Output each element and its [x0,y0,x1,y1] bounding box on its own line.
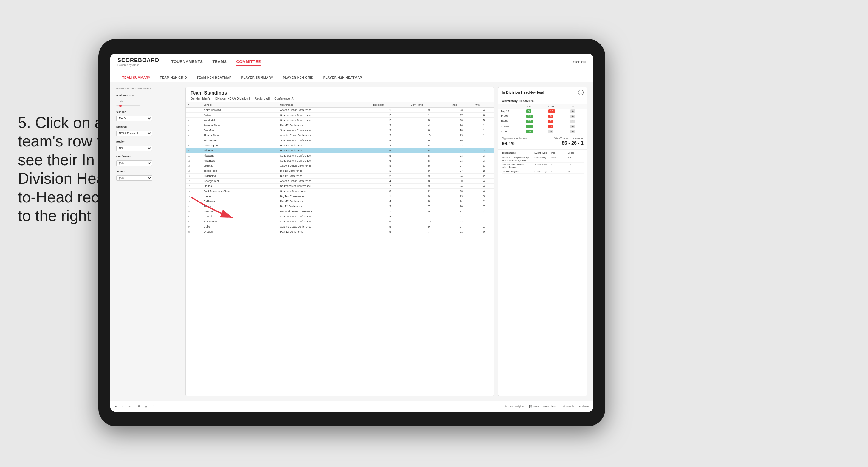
table-row[interactable]: 7 Tennessee Southeastern Conference 4 6 … [186,138,494,143]
sub-nav: TEAM SUMMARY TEAM H2H GRID TEAM H2H HEAT… [110,70,593,82]
region-label: Region [116,140,182,143]
view-original-button[interactable]: 👁 View: Original [503,404,525,409]
cell-reg-rank: 4 [371,179,409,184]
tourney-row: Cabo Collegiate Stroke Play 11 17 [502,169,584,174]
tourney-type: Match Play [534,156,551,162]
cell-conference: Southeastern Conference [278,153,371,158]
cell-reg-rank: 3 [371,123,409,128]
col-school: School [202,102,279,108]
table-row[interactable]: 4 Arizona State Pac-12 Conference 3 4 26… [186,123,494,128]
sub-nav-team-h2h-heatmap[interactable]: TEAM H2H HEATMAP [192,73,237,82]
h2h-opponents-label: Opponents in division: [502,137,528,140]
table-row[interactable]: 3 Vanderbilt Southeastern Conference 2 8… [186,118,494,123]
watch-button[interactable]: 👁 Watch [562,404,575,409]
sub-nav-team-h2h-grid[interactable]: TEAM H2H GRID [155,73,192,82]
nav-item-teams[interactable]: TEAMS [212,58,227,66]
conference-select[interactable]: (All) [116,160,152,166]
table-row[interactable]: 13 Texas Tech Big 12 Conference 1 9 27 2 [186,168,494,174]
paste-button[interactable]: ⊞ [144,404,148,409]
table-row[interactable]: 6 Florida State Atlantic Coast Conferenc… [186,133,494,138]
cell-num: 23 [186,219,202,224]
tourney-type: Stroke Play [534,163,551,168]
h2h-panel: In Division Head-to-Head ✕ University of… [498,87,587,396]
cell-conf-rank: 8 [409,148,449,153]
cell-conference: Pac-12 Conference [278,199,371,204]
table-row[interactable]: 12 Virginia Atlantic Coast Conference 3 … [186,163,494,168]
table-row[interactable]: 2 Auburn Southeastern Conference 2 1 27 … [186,113,494,118]
nav-item-committee[interactable]: COMMITTEE [236,58,261,66]
h2h-stats: Opponents in division: W-L-T record in-d… [498,134,587,149]
step-back-button[interactable]: ⟨ [121,404,125,409]
table-row[interactable]: 11 Arkansas Southeastern Conference 6 8 … [186,158,494,163]
cell-conference: Pac-12 Conference [278,148,371,153]
rounds-slider[interactable] [116,105,140,106]
cell-win: 1 [473,219,494,224]
cell-num: 10 [186,153,202,158]
sub-nav-player-h2h-grid[interactable]: PLAYER H2H GRID [278,73,318,82]
table-row[interactable]: 15 Georgia Tech Atlantic Coast Conferenc… [186,179,494,184]
table-row[interactable]: 14 Oklahoma Big 12 Conference 2 9 24 2 [186,174,494,179]
timer-button[interactable]: ⏱ [151,404,156,409]
table-row[interactable]: 17 East Tennessee State Southern Confere… [186,189,494,194]
h2h-row-loss: 8 [546,114,568,119]
h2h-wlt-label: W-L-T record in-division: [554,137,584,140]
table-row[interactable]: 8 Washington Pac-12 Conference 2 8 23 1 [186,143,494,148]
cell-reg-rank: 3 [371,204,409,209]
redo-button[interactable]: ↪ [127,404,132,409]
logo-area: SCOREBOARD Powered by clippd [118,57,159,66]
cell-num: 21 [186,209,202,214]
table-row[interactable]: 22 Georgia Southeastern Conference 8 7 2… [186,214,494,219]
cell-conference: Southeastern Conference [278,138,371,143]
cell-school: North Carolina [202,108,279,113]
cell-rnds: 23 [449,153,474,158]
cell-win: 2 [473,199,494,204]
cell-conf-rank: 8 [409,158,449,163]
table-row[interactable]: 10 Alabama Southeastern Conference 5 8 2… [186,153,494,158]
cell-school: Texas Tech [202,168,279,174]
h2h-table: Win Loss Tie Top 10 3 13 0 11-25 11 8 [498,104,587,134]
school-select[interactable]: (All) [116,175,152,181]
cell-conf-rank: 9 [409,194,449,199]
cell-school: New Mexico [202,209,279,214]
sub-nav-player-h2h-heatmap[interactable]: PLAYER H2H HEATMAP [318,73,367,82]
table-row[interactable]: 18 Illinois Big Ten Conference 1 9 23 3 [186,194,494,199]
gender-select[interactable]: Men's [116,116,152,121]
cell-win: 1 [473,143,494,148]
table-row[interactable]: 1 North Carolina Atlantic Coast Conferen… [186,108,494,113]
copy-button[interactable]: ⧉ [137,404,141,409]
cell-school: Georgia [202,214,279,219]
share-button[interactable]: ↗ Share [577,404,590,409]
tourney-col-type: Event Type [534,152,551,154]
h2h-tbody: Top 10 3 13 0 11-25 11 8 0 26-50 25 2 1 … [498,109,587,134]
undo-button[interactable]: ↩ [114,404,119,409]
h2h-row-tie: 1 [568,119,587,124]
table-row[interactable]: 23 Texas A&M Southeastern Conference 9 1… [186,219,494,224]
cell-reg-rank: 2 [371,174,409,179]
table-row[interactable]: 24 Duke Atlantic Coast Conference 5 9 27… [186,224,494,229]
table-row[interactable]: 21 New Mexico Mountain West Conference 1… [186,209,494,214]
cell-rnds: 23 [449,143,474,148]
tourney-score: 17 [567,170,584,173]
sub-nav-player-summary[interactable]: PLAYER SUMMARY [237,73,278,82]
table-row[interactable]: 5 Ole Miss Southeastern Conference 3 6 1… [186,128,494,133]
table-row[interactable]: 20 Texas Big 12 Conference 3 7 20 7 [186,204,494,209]
cell-num: 11 [186,158,202,163]
table-row[interactable]: 16 Florida Southeastern Conference 7 9 2… [186,184,494,189]
cell-conf-rank: 9 [409,174,449,179]
cell-conference: Southeastern Conference [278,214,371,219]
h2h-opponents-pct: 99.1% [502,141,515,147]
save-custom-button[interactable]: 💾 Save Custom View [528,404,557,409]
cell-rnds: 23 [449,148,474,153]
sign-out-button[interactable]: Sign out [573,60,586,64]
nav-item-tournaments[interactable]: TOURNAMENTS [171,58,203,66]
cell-school: East Tennessee State [202,189,279,194]
table-row[interactable]: 25 Oregon Pac-12 Conference 5 7 21 0 [186,229,494,235]
table-row[interactable]: 19 California Pac-12 Conference 4 8 24 2 [186,199,494,204]
sub-nav-team-summary[interactable]: TEAM SUMMARY [118,73,155,82]
region-select[interactable]: N/A [116,146,152,151]
cell-rnds: 24 [449,199,474,204]
division-select[interactable]: NCAA Division I [116,131,152,136]
h2h-close-button[interactable]: ✕ [578,90,584,95]
cell-conf-rank: 8 [409,163,449,168]
table-row[interactable]: 9 Arizona Pac-12 Conference 5 8 23 3 [186,148,494,153]
